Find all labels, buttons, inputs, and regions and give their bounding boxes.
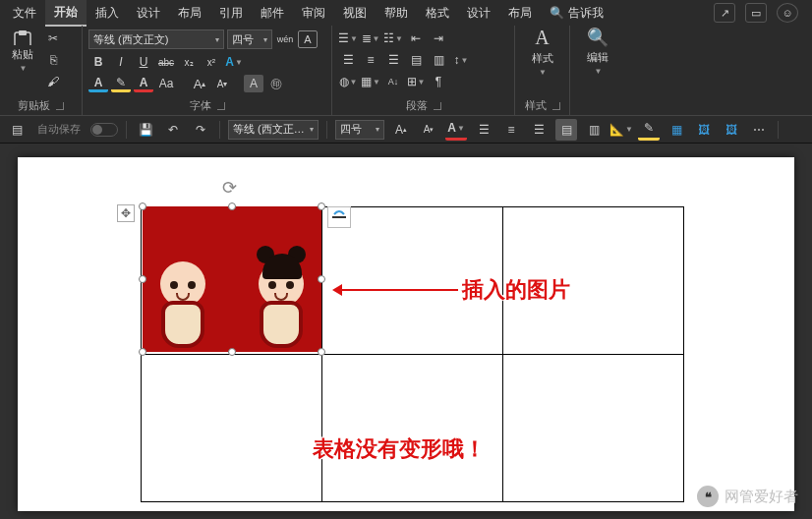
text-highlight-a[interactable]: A [88, 75, 108, 92]
borders-button[interactable]: ▦▼ [361, 73, 380, 90]
qat-font-face-combo[interactable]: 等线 (西文正…▾ [228, 120, 319, 140]
tell-me[interactable]: 🔍 告诉我 [541, 1, 612, 26]
shrink-font-button[interactable]: A▾ [212, 75, 232, 92]
save-button[interactable]: 💾 [135, 119, 156, 141]
autosave-toggle[interactable] [90, 123, 118, 137]
qat-customize-icon[interactable]: ▤ [6, 119, 28, 141]
font-size-combo[interactable]: 四号▾ [227, 29, 272, 49]
qat-shrink-font[interactable]: A▾ [418, 119, 439, 141]
layout-options-button[interactable] [327, 206, 351, 228]
qat-picture1[interactable]: 🖼 [693, 119, 715, 141]
shading-button[interactable]: ◍▼ [338, 73, 358, 90]
qat-font-color[interactable]: A▼ [445, 119, 467, 141]
bullets-button[interactable]: ☰▼ [338, 29, 358, 47]
inserted-image[interactable] [143, 206, 321, 352]
resize-handle-icon[interactable] [139, 275, 146, 283]
dialog-launcher-icon[interactable] [217, 102, 225, 110]
dialog-launcher-icon[interactable] [552, 102, 560, 110]
resize-handle-icon[interactable] [139, 202, 146, 210]
strike-button[interactable]: abc [156, 53, 176, 71]
table-cell[interactable] [322, 355, 503, 502]
menu-design[interactable]: 设计 [128, 1, 169, 26]
format-painter-button[interactable]: 🖌 [43, 73, 63, 90]
qat-more[interactable]: ⋯ [748, 119, 770, 141]
page[interactable]: ⟳ ✥ [18, 157, 794, 511]
editing-button[interactable]: 🔍 编辑 ▼ [581, 29, 614, 73]
menu-table-layout[interactable]: 布局 [499, 1, 541, 26]
qat-ruler[interactable]: 📐▼ [610, 119, 632, 141]
qat-highlight[interactable]: ✎ [638, 119, 660, 141]
paste-button[interactable]: 粘贴 ▼ [6, 29, 39, 73]
resize-handle-icon[interactable] [318, 275, 325, 283]
bold-button[interactable]: B [88, 53, 108, 71]
decrease-indent-button[interactable]: ⇤ [406, 29, 426, 47]
align-right-button[interactable]: ☰ [383, 51, 403, 69]
resize-handle-icon[interactable] [139, 348, 146, 356]
menu-layout[interactable]: 布局 [169, 1, 210, 26]
font-color-button[interactable]: A [134, 75, 153, 92]
align-center-button[interactable]: ≡ [361, 51, 380, 69]
qat-table[interactable]: ▦ [666, 119, 687, 141]
pinyin-guide-button[interactable]: wén [275, 30, 295, 48]
menu-home[interactable]: 开始 [45, 0, 87, 27]
font-face-combo[interactable]: 等线 (西文正文)▾ [88, 29, 224, 49]
show-marks-button[interactable]: ¶ [429, 73, 448, 90]
account-button[interactable]: ☺ [777, 3, 798, 23]
qat-align-left[interactable]: ☰ [473, 119, 494, 141]
italic-button[interactable]: I [111, 53, 131, 71]
align-justify-button[interactable]: ▤ [406, 51, 426, 69]
align-dist-button[interactable]: ▥ [429, 51, 448, 69]
cut-button[interactable]: ✂ [43, 29, 63, 47]
qat-picture2[interactable]: 🖼 [721, 119, 742, 141]
align-left-button[interactable]: ☰ [338, 51, 358, 69]
menu-references[interactable]: 引用 [210, 1, 252, 26]
menu-table-design[interactable]: 设计 [458, 1, 499, 26]
dialog-launcher-icon[interactable] [56, 102, 64, 110]
line-spacing-button[interactable]: ↕▼ [451, 51, 471, 69]
qat-font-size-combo[interactable]: 四号▾ [335, 120, 384, 140]
qat-align-justify[interactable]: ▤ [555, 119, 577, 141]
rotate-handle-icon[interactable]: ⟳ [222, 177, 242, 197]
dialog-launcher-icon[interactable] [434, 102, 441, 110]
menu-help[interactable]: 帮助 [376, 1, 417, 26]
underline-button[interactable]: U [134, 53, 153, 71]
subscript-button[interactable]: x₂ [179, 53, 199, 71]
menu-insert[interactable]: 插入 [87, 1, 128, 26]
grow-font-button[interactable]: A▴ [190, 75, 209, 92]
inserted-image-selection[interactable]: ⟳ ✥ [143, 206, 321, 352]
move-anchor-icon[interactable]: ✥ [117, 204, 135, 222]
table-cell[interactable] [142, 355, 322, 502]
char-border-button[interactable]: A [298, 30, 318, 48]
comments-button[interactable]: ▭ [745, 3, 767, 23]
share-button[interactable]: ↗ [714, 3, 735, 23]
cell-align-button[interactable]: ⊞▼ [406, 73, 426, 90]
styles-button[interactable]: A 样式 ▼ [526, 29, 559, 73]
qat-align-center[interactable]: ≡ [500, 119, 522, 141]
resize-handle-icon[interactable] [228, 202, 236, 210]
change-case-button[interactable]: Aa [156, 75, 176, 92]
resize-handle-icon[interactable] [228, 348, 236, 356]
menu-mail[interactable]: 邮件 [252, 1, 293, 26]
copy-button[interactable]: ⎘ [43, 51, 63, 69]
redo-button[interactable]: ↷ [190, 119, 211, 141]
resize-handle-icon[interactable] [318, 348, 325, 356]
qat-grow-font[interactable]: A▴ [390, 119, 412, 141]
menu-pic-format[interactable]: 格式 [417, 1, 458, 26]
enclose-char-button[interactable]: ㊞ [266, 75, 286, 92]
qat-align-right[interactable]: ☰ [528, 119, 550, 141]
menu-view[interactable]: 视图 [334, 1, 376, 26]
numbering-button[interactable]: ≣▼ [361, 29, 380, 47]
undo-button[interactable]: ↶ [162, 119, 184, 141]
multilevel-button[interactable]: ☷▼ [383, 29, 403, 47]
superscript-button[interactable]: x² [202, 53, 221, 71]
increase-indent-button[interactable]: ⇥ [429, 29, 448, 47]
menu-review[interactable]: 审阅 [293, 1, 334, 26]
text-highlight-b[interactable]: ✎ [111, 75, 131, 92]
resize-handle-icon[interactable] [318, 202, 325, 210]
char-shading-button[interactable]: A [244, 75, 263, 92]
sort-button[interactable]: A↓ [383, 73, 403, 90]
menu-file[interactable]: 文件 [4, 1, 45, 26]
text-effects-button[interactable]: A▼ [224, 53, 244, 71]
table-cell[interactable] [503, 355, 684, 502]
qat-align-dist[interactable]: ▥ [583, 119, 605, 141]
